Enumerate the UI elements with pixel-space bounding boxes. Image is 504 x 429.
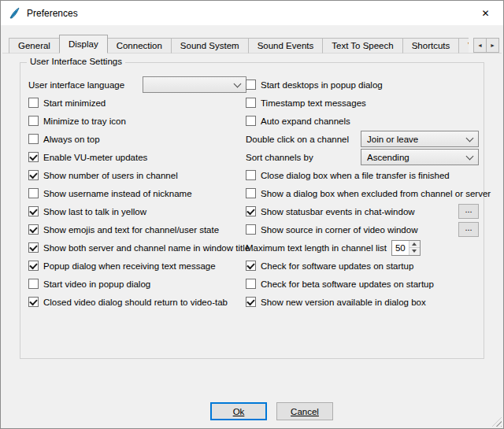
option-row: Show last to talk in yellow bbox=[28, 202, 246, 220]
checkbox-start-minimized[interactable] bbox=[28, 98, 39, 108]
arrow-left-icon: ◄ bbox=[477, 43, 483, 48]
checkbox-show-user-count[interactable] bbox=[28, 170, 39, 180]
sort-channels-select[interactable]: Ascending bbox=[361, 149, 479, 165]
arrow-right-icon: ► bbox=[490, 43, 495, 48]
checkbox-dialog-when-excluded[interactable] bbox=[246, 188, 256, 198]
checkbox-label: Close dialog box when a file transfer is… bbox=[261, 171, 450, 180]
option-row: Show both server and channel name in win… bbox=[28, 239, 246, 257]
left-column: User interface language Start minimized … bbox=[28, 76, 246, 311]
checkbox-emojis-and-text-state[interactable] bbox=[28, 224, 39, 235]
option-row: Enable VU-meter updates bbox=[28, 148, 246, 166]
spin-down-button[interactable] bbox=[410, 247, 420, 255]
checkbox-label: Show new version available in dialog box bbox=[261, 298, 426, 307]
checkbox-timestamp-messages[interactable] bbox=[246, 98, 256, 108]
tab-video[interactable]: Video bbox=[458, 38, 469, 54]
titlebar: Preferences ✕ bbox=[1, 1, 503, 25]
checkbox-check-beta-updates[interactable] bbox=[246, 279, 256, 289]
option-row: Show emojis and text for channel/user st… bbox=[28, 220, 246, 239]
spinbox-buttons bbox=[409, 241, 420, 255]
checkbox-statusbar-events[interactable] bbox=[246, 206, 256, 216]
tab-sound-system[interactable]: Sound System bbox=[171, 38, 249, 54]
checkbox-video-popup-dialog[interactable] bbox=[28, 279, 39, 289]
sort-channels-label: Sort channels by bbox=[246, 153, 313, 162]
checkbox-minimize-to-tray[interactable] bbox=[28, 116, 39, 126]
checkbox-label: Show source in corner of video window bbox=[261, 225, 417, 235]
checkbox-label: Minimize to tray icon bbox=[43, 116, 126, 126]
checkbox-label: Show number of users in channel bbox=[43, 171, 178, 180]
ellipsis-label: ... bbox=[465, 206, 472, 213]
double-click-select-value: Join or leave bbox=[367, 135, 418, 144]
ok-button-label: Ok bbox=[233, 407, 245, 416]
option-row: Show new version available in dialog box bbox=[246, 293, 479, 311]
close-button[interactable]: ✕ bbox=[468, 1, 503, 25]
checkbox-last-to-talk-yellow[interactable] bbox=[28, 206, 39, 216]
tab-scroll-left-button[interactable]: ◄ bbox=[473, 38, 487, 53]
double-click-channel-select[interactable]: Join or leave bbox=[361, 131, 479, 147]
language-row: User interface language bbox=[28, 76, 246, 94]
max-text-length-spinbox[interactable]: 50 bbox=[391, 240, 421, 256]
option-row: Close dialog box when a file transfer is… bbox=[246, 166, 479, 184]
checkbox-new-version-dialog[interactable] bbox=[246, 297, 256, 307]
checkbox-server-channel-in-title[interactable] bbox=[28, 242, 39, 253]
option-row: Show number of users in channel bbox=[28, 166, 246, 184]
checkbox-check-updates[interactable] bbox=[246, 261, 256, 271]
checkbox-label: Timestamp text messages bbox=[261, 98, 366, 108]
video-source-more-button[interactable]: ... bbox=[458, 222, 479, 237]
close-icon: ✕ bbox=[481, 8, 489, 19]
tab-shortcuts[interactable]: Shortcuts bbox=[402, 38, 460, 54]
option-row: Start minimized bbox=[28, 94, 246, 112]
right-column: Start desktops in popup dialog Timestamp… bbox=[246, 76, 479, 311]
checkbox-show-username[interactable] bbox=[28, 188, 39, 198]
checkbox-popup-on-text-message[interactable] bbox=[28, 261, 39, 271]
option-row: Start video in popup dialog bbox=[28, 275, 246, 293]
option-row: Check for software updates on startup bbox=[246, 257, 479, 275]
group-title: User Interface Settings bbox=[27, 57, 125, 66]
ok-button[interactable]: Ok bbox=[210, 402, 267, 420]
tab-scroll-right-button[interactable]: ► bbox=[486, 38, 499, 53]
checkbox-vu-meter-updates[interactable] bbox=[28, 152, 39, 162]
statusbar-events-more-button[interactable]: ... bbox=[458, 204, 479, 219]
checkbox-always-on-top[interactable] bbox=[28, 134, 39, 144]
checkbox-desktops-popup-dialog[interactable] bbox=[246, 80, 256, 90]
checkbox-video-return-to-tab[interactable] bbox=[28, 297, 39, 307]
cancel-button[interactable]: Cancel bbox=[276, 402, 333, 420]
arrow-up-icon bbox=[412, 242, 417, 246]
checkbox-close-on-transfer-finished[interactable] bbox=[246, 170, 256, 180]
option-row: Popup dialog when receiving text message bbox=[28, 257, 246, 275]
dialog-buttons: Ok Cancel bbox=[1, 402, 503, 420]
checkbox-label: Closed video dialog should return to vid… bbox=[43, 298, 228, 307]
chevron-down-icon bbox=[466, 152, 474, 160]
checkbox-label: Start video in popup dialog bbox=[43, 279, 150, 289]
tab-sound-events[interactable]: Sound Events bbox=[248, 38, 324, 54]
checkbox-label: Always on top bbox=[43, 135, 100, 144]
option-row: Minimize to tray icon bbox=[28, 112, 246, 130]
checkbox-label: Show statusbar events in chat-window bbox=[261, 207, 415, 216]
tab-text-to-speech[interactable]: Text To Speech bbox=[322, 38, 402, 54]
checkbox-label: Check for beta software updates on start… bbox=[261, 279, 434, 289]
arrow-down-icon bbox=[412, 250, 417, 253]
user-interface-settings-group: User Interface Settings User interface l… bbox=[20, 62, 484, 359]
checkbox-label: Start desktops in popup dialog bbox=[261, 80, 383, 90]
option-row: Auto expand channels bbox=[246, 112, 479, 130]
tab-general[interactable]: General bbox=[9, 38, 60, 54]
language-select[interactable] bbox=[143, 76, 246, 93]
checkbox-label: Popup dialog when receiving text message bbox=[43, 261, 216, 271]
tab-label: Video bbox=[468, 41, 469, 50]
tab-label: Display bbox=[69, 39, 98, 49]
language-label: User interface language bbox=[28, 80, 124, 90]
spin-up-button[interactable] bbox=[410, 241, 420, 248]
chevron-down-icon bbox=[234, 80, 242, 87]
checkbox-label: Show emojis and text for channel/user st… bbox=[43, 225, 219, 235]
tab-label: Connection bbox=[117, 41, 162, 50]
window-title: Preferences bbox=[27, 8, 78, 19]
option-row: Check for beta software updates on start… bbox=[246, 275, 479, 293]
tab-connection[interactable]: Connection bbox=[107, 38, 172, 54]
checkbox-auto-expand-channels[interactable] bbox=[246, 116, 256, 126]
checkbox-video-source-corner[interactable] bbox=[246, 224, 256, 235]
checkbox-label: Show username instead of nickname bbox=[43, 189, 192, 198]
app-icon bbox=[8, 7, 20, 20]
option-row: Show a dialog box when excluded from cha… bbox=[246, 184, 479, 202]
ellipsis-label: ... bbox=[465, 224, 472, 231]
tab-display[interactable]: Display bbox=[59, 35, 108, 54]
tab-label: Sound Events bbox=[258, 41, 314, 50]
